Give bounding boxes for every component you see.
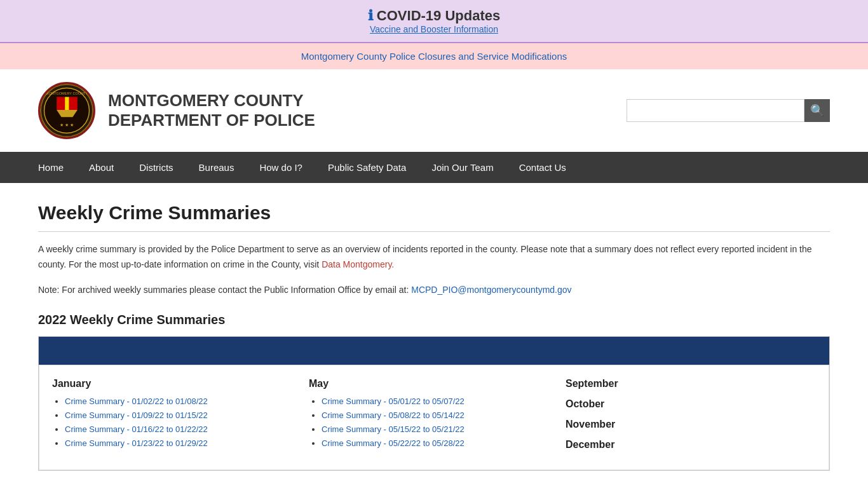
crime-summary-link[interactable]: Crime Summary - 01/02/22 to 01/08/22 [65, 396, 208, 406]
list-item: Crime Summary - 01/16/22 to 01/22/22 [65, 424, 302, 434]
month-column-may: MayCrime Summary - 05/01/22 to 05/07/22C… [309, 378, 559, 457]
nav-link-home[interactable]: Home [25, 152, 76, 183]
search-area: 🔍 [627, 99, 830, 122]
org-line2: DEPARTMENT OF POLICE [108, 111, 315, 130]
list-item: Crime Summary - 05/15/22 to 05/21/22 [322, 424, 559, 434]
list-item: Crime Summary - 01/02/22 to 01/08/22 [65, 396, 302, 406]
svg-text:MONTGOMERY COUNTY: MONTGOMERY COUNTY [46, 92, 88, 95]
covid-title: ℹ COVID-19 Updates [13, 8, 855, 24]
site-header: ★ ★ ★ MONTGOMERY COUNTY MONTGOMERY COUNT… [0, 69, 868, 152]
crime-summary-link[interactable]: Crime Summary - 05/15/22 to 05/21/22 [322, 424, 465, 434]
crime-links-list: Crime Summary - 05/01/22 to 05/07/22Crim… [309, 396, 559, 448]
search-button[interactable]: 🔍 [804, 99, 830, 122]
svg-rect-3 [65, 97, 69, 111]
nav-item-home: Home [25, 152, 76, 183]
nav-item-districts: Districts [126, 152, 186, 183]
year-section-title: 2022 Weekly Crime Summaries [38, 313, 830, 327]
crime-table-header [39, 337, 829, 365]
search-input[interactable] [627, 99, 804, 122]
nav-item-public-safety-data: Public Safety Data [315, 152, 419, 183]
crime-summary-link[interactable]: Crime Summary - 05/01/22 to 05/07/22 [322, 396, 465, 406]
nav-link-public-safety-data[interactable]: Public Safety Data [315, 152, 419, 183]
crime-summary-link[interactable]: Crime Summary - 01/09/22 to 01/15/22 [65, 410, 208, 420]
page-title: Weekly Crime Summaries [38, 202, 830, 232]
intro-paragraph: A weekly crime summary is provided by th… [38, 242, 830, 273]
covid-subtitle[interactable]: Vaccine and Booster Information [13, 24, 855, 34]
svg-text:★ ★ ★: ★ ★ ★ [60, 123, 74, 127]
department-seal: ★ ★ ★ MONTGOMERY COUNTY [38, 82, 95, 139]
list-item: Crime Summary - 05/01/22 to 05/07/22 [322, 396, 559, 406]
info-icon: ℹ [368, 8, 373, 24]
covid-title-text: COVID-19 Updates [377, 8, 500, 24]
crime-summary-link[interactable]: Crime Summary - 01/23/22 to 01/29/22 [65, 438, 208, 448]
email-link[interactable]: MCPD_PIO@montgomerycountymd.gov [411, 285, 571, 295]
crime-summary-link[interactable]: Crime Summary - 01/16/22 to 01/22/22 [65, 424, 208, 434]
nav-item-how-do-i?: How do I? [247, 152, 315, 183]
nav-link-about[interactable]: About [76, 152, 126, 183]
month-heading-extra: October [566, 398, 816, 410]
closures-link[interactable]: Montgomery County Police Closures and Se… [301, 51, 567, 62]
org-name: MONTGOMERY COUNTY DEPARTMENT OF POLICE [108, 91, 315, 130]
crime-table-body: JanuaryCrime Summary - 01/02/22 to 01/08… [39, 365, 829, 470]
nav-link-join-our-team[interactable]: Join Our Team [419, 152, 506, 183]
svg-rect-4 [69, 97, 78, 111]
nav-item-about: About [76, 152, 126, 183]
nav-link-bureaus[interactable]: Bureaus [186, 152, 247, 183]
org-line1: MONTGOMERY COUNTY [108, 91, 315, 111]
month-heading-extra: December [566, 439, 816, 451]
crime-summary-link[interactable]: Crime Summary - 05/22/22 to 05/28/22 [322, 438, 465, 448]
logo-area: ★ ★ ★ MONTGOMERY COUNTY MONTGOMERY COUNT… [38, 82, 315, 139]
nav-link-how-do-i?[interactable]: How do I? [247, 152, 315, 183]
crime-summary-link[interactable]: Crime Summary - 05/08/22 to 05/14/22 [322, 410, 465, 420]
month-heading: May [309, 378, 559, 390]
list-item: Crime Summary - 01/09/22 to 01/15/22 [65, 410, 302, 420]
main-content: Weekly Crime Summaries A weekly crime su… [0, 183, 868, 488]
nav-item-bureaus: Bureaus [186, 152, 247, 183]
covid-banner: ℹ COVID-19 Updates Vaccine and Booster I… [0, 0, 868, 43]
nav-item-contact-us: Contact Us [506, 152, 579, 183]
intro-text-span: A weekly crime summary is provided by th… [38, 244, 812, 269]
note-text-prefix: Note: For archived weekly summaries plea… [38, 285, 409, 295]
list-item: Crime Summary - 05/08/22 to 05/14/22 [322, 410, 559, 420]
data-montgomery-link[interactable]: Data Montgomery. [322, 259, 394, 269]
month-column-september: SeptemberOctoberNovemberDecember [566, 378, 816, 457]
month-heading: January [52, 378, 302, 390]
month-column-january: JanuaryCrime Summary - 01/02/22 to 01/08… [52, 378, 302, 457]
list-item: Crime Summary - 05/22/22 to 05/28/22 [322, 438, 559, 448]
month-heading: September [566, 378, 816, 390]
nav-item-join-our-team: Join Our Team [419, 152, 506, 183]
nav-link-contact-us[interactable]: Contact Us [506, 152, 579, 183]
crime-links-list: Crime Summary - 01/02/22 to 01/08/22Crim… [52, 396, 302, 448]
nav-link-districts[interactable]: Districts [126, 152, 186, 183]
month-heading-extra: November [566, 419, 816, 430]
list-item: Crime Summary - 01/23/22 to 01/29/22 [65, 438, 302, 448]
svg-rect-2 [57, 97, 65, 111]
note-paragraph: Note: For archived weekly summaries plea… [38, 283, 830, 298]
main-nav: HomeAboutDistrictsBureausHow do I?Public… [0, 152, 868, 183]
closures-banner: Montgomery County Police Closures and Se… [0, 43, 868, 69]
crime-table-container: JanuaryCrime Summary - 01/02/22 to 01/08… [38, 336, 830, 471]
